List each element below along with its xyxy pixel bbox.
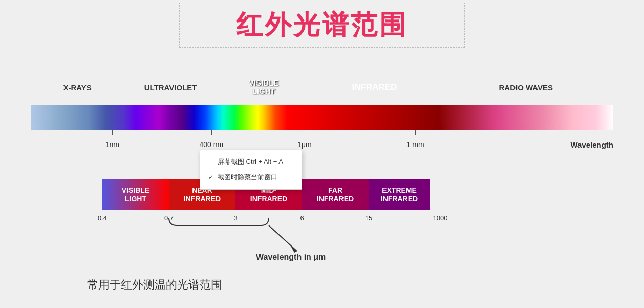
wavelength-annotation: Wavelength in μm [256,253,326,261]
arrowhead [291,246,297,253]
annotation-svg: Wavelength in μm [97,213,415,264]
main-container: 红外光谱范围 X-RAYS ULTRAVIOLET VISIBLE LIGHT … [0,0,644,308]
tick-1mm [415,130,416,135]
seg-extreme-infrared: EXTREME INFRARED [369,179,430,210]
wl-1nm: 1nm [105,140,119,149]
wavelength-unit: Wavelength [570,140,613,149]
label-ultraviolet: ULTRAVIOLET [124,83,217,92]
chinese-description: 常用于红外测温的光谱范围 [87,277,222,293]
wavelength-label-row: 1nm 400 nm 1μm 1 mm Wavelength [31,140,613,153]
tick-1nm [112,130,113,135]
wl-400nm: 400 nm [199,140,223,149]
page-title: 红外光谱范围 [236,10,408,39]
wl-1um: 1μm [297,140,312,149]
context-menu: 屏幕截图 Ctrl + Alt + A ✓ 截图时隐藏当前窗口 [200,150,302,190]
label-radio: RADIO WAVES [439,83,613,92]
seg-visible-light: VISIBLE LIGHT [102,179,169,210]
top-labels-row: X-RAYS ULTRAVIOLET VISIBLE LIGHT INFRARE… [31,72,613,102]
label-visible: VISIBLE LIGHT [217,79,310,96]
arrow-line [269,225,297,251]
label-xrays: X-RAYS [31,83,124,92]
tick-400nm [211,130,212,135]
ticks-row [31,130,613,140]
top-gradient-bar [31,105,613,130]
tick-1um [305,130,305,135]
top-spectrum: X-RAYS ULTRAVIOLET VISIBLE LIGHT INFRARE… [31,72,613,153]
title-box: 红外光谱范围 [179,3,465,48]
ctx-item-hide-window[interactable]: ✓ 截图时隐藏当前窗口 [200,170,302,185]
label-infrared: INFRARED [310,82,438,92]
bwl-1000: 1000 [433,214,448,222]
wl-1mm: 1 mm [406,140,424,149]
ctx-item-screenshot[interactable]: 屏幕截图 Ctrl + Alt + A [200,154,302,170]
seg-far-infrared: FAR INFRARED [302,179,369,210]
bottom-bar: VISIBLE LIGHT NEAR INFRARED MID- INFRARE… [102,179,502,210]
brace-path [169,218,269,225]
